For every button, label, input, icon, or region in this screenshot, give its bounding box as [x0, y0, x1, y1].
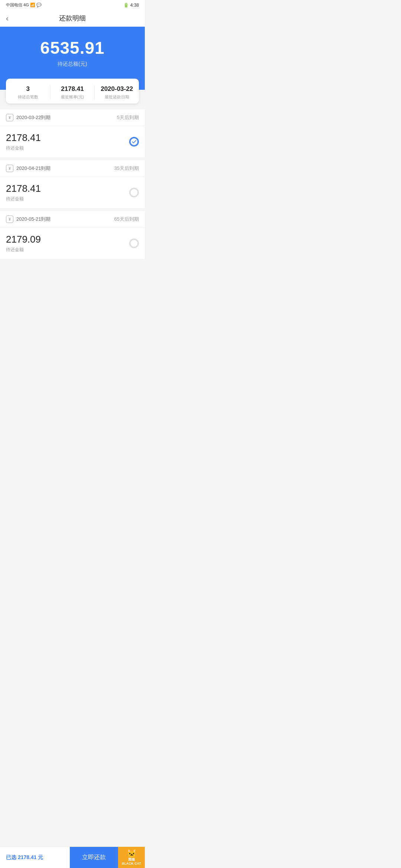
- payment-item-1[interactable]: ¥ 2020-03-22到期 5天后到期 2178.41 待还金额: [0, 109, 145, 157]
- payment-body-1: 2178.41 待还金额: [0, 126, 145, 157]
- payment-radio-1[interactable]: [129, 137, 139, 147]
- back-button[interactable]: ‹: [6, 14, 9, 23]
- payment-amount-label-3: 待还金额: [6, 247, 41, 253]
- payment-item-3[interactable]: ¥ 2020-05-21到期 65天后到期 2179.09 待还金额: [0, 211, 145, 259]
- recent-date-label: 最近还款日期: [95, 94, 139, 100]
- payment-amount-label-2: 待还金额: [6, 196, 41, 202]
- yuan-icon-3: ¥: [6, 216, 13, 223]
- due-days-1: 5天后到期: [117, 114, 139, 121]
- recent-bill-label: 最近账单(元): [50, 94, 95, 100]
- payment-radio-3[interactable]: [129, 239, 139, 248]
- payment-amount-3: 2179.09: [6, 234, 41, 245]
- due-days-2: 35天后到期: [114, 165, 139, 172]
- payment-amount-label-1: 待还金额: [6, 145, 41, 151]
- total-count-value: 3: [6, 85, 50, 93]
- payment-header-3: ¥ 2020-05-21到期 65天后到期: [0, 211, 145, 228]
- svg-point-2: [130, 240, 138, 247]
- yuan-icon-2: ¥: [6, 165, 13, 172]
- total-amount: 6535.91: [7, 38, 137, 58]
- payment-body-3: 2179.09 待还金额: [0, 228, 145, 259]
- status-bar: 中国电信 4G 📶 💬 🔋 4:38: [0, 0, 145, 10]
- due-days-3: 65天后到期: [114, 216, 139, 223]
- payment-header-2: ¥ 2020-04-21到期 35天后到期: [0, 160, 145, 177]
- payment-list: ¥ 2020-03-22到期 5天后到期 2178.41 待还金额 ¥ 2020…: [0, 109, 145, 259]
- summary-total-count: 3 待还总笔数: [6, 85, 50, 100]
- yuan-icon-1: ¥: [6, 114, 13, 121]
- payment-body-2: 2178.41 待还金额: [0, 177, 145, 208]
- payment-radio-2[interactable]: [129, 188, 139, 197]
- payment-item-2[interactable]: ¥ 2020-04-21到期 35天后到期 2178.41 待还金额: [0, 160, 145, 208]
- total-amount-label: 待还总额(元): [7, 61, 137, 68]
- payment-amount-2: 2178.41: [6, 183, 41, 194]
- summary-recent-date: 2020-03-22 最近还款日期: [94, 85, 139, 100]
- summary-card: 3 待还总笔数 2178.41 最近账单(元) 2020-03-22 最近还款日…: [6, 79, 139, 103]
- total-count-label: 待还总笔数: [6, 94, 50, 100]
- summary-recent-bill: 2178.41 最近账单(元): [50, 85, 95, 100]
- payment-date-2: ¥ 2020-04-21到期: [6, 165, 51, 172]
- carrier-signal: 中国电信 4G 📶 💬: [6, 2, 42, 8]
- status-right: 🔋 4:38: [123, 3, 139, 8]
- recent-bill-value: 2178.41: [50, 85, 95, 93]
- recent-date-value: 2020-03-22: [95, 85, 139, 93]
- header: ‹ 还款明细: [0, 10, 145, 27]
- payment-header-1: ¥ 2020-03-22到期 5天后到期: [0, 109, 145, 126]
- payment-amount-1: 2178.41: [6, 132, 41, 144]
- svg-point-0: [130, 138, 138, 145]
- page-title: 还款明细: [59, 14, 86, 23]
- payment-date-1: ¥ 2020-03-22到期: [6, 114, 51, 121]
- svg-point-1: [130, 189, 138, 196]
- payment-date-3: ¥ 2020-05-21到期: [6, 216, 51, 223]
